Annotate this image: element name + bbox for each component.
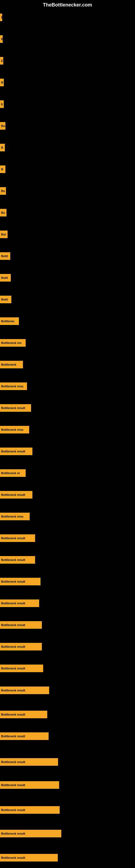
bar-label: Bottleneck resu xyxy=(1,384,24,388)
bar-item: Bottleneck result xyxy=(0,854,58,862)
bar-label: Bottleneck result xyxy=(1,558,25,561)
bar-item: Bottleneck result xyxy=(0,556,35,564)
bar-item: E xyxy=(0,100,4,108)
bar-item: Bottleneck result xyxy=(0,578,41,585)
bar-label: Bo xyxy=(1,124,5,127)
bar-item: Bottleneck result xyxy=(0,711,47,718)
bar-label: Bottleneck result xyxy=(1,601,25,605)
bar-item: Bottl xyxy=(0,296,11,303)
bar-label: Bottleneck result xyxy=(1,450,25,453)
site-title: TheBottlenecker.com xyxy=(0,2,135,8)
bar-label: Bottl xyxy=(1,276,8,279)
bar-label: Bottl xyxy=(1,298,8,301)
bar-item: Bottleneck result xyxy=(0,781,59,789)
bar-label: Bottleneck result xyxy=(1,808,25,812)
bar-item: Bottleneck resu xyxy=(0,426,29,433)
bar-label: Bottleneck result xyxy=(1,735,25,738)
bar-item: Bottleneck resu xyxy=(0,382,27,390)
bar-item: Bottleneck re xyxy=(0,469,26,477)
bar-item: B xyxy=(0,35,3,43)
bar-item: Bottleneck xyxy=(0,361,23,368)
bar-label: Bottleneck result xyxy=(1,760,25,764)
bar-label: Bottleneck resu xyxy=(1,428,24,431)
bar-item: Bottleneck result xyxy=(0,599,39,607)
bar-label: Bottleneck xyxy=(1,363,16,366)
bar-item: Bottleneck res xyxy=(0,339,26,347)
bar-label: Bottleneck result xyxy=(1,645,25,648)
bar-label: Bottlenec xyxy=(1,319,14,323)
bar-label: Bottleneck result xyxy=(1,406,25,410)
bar-label: B xyxy=(1,167,3,171)
bar-item: B xyxy=(0,79,4,86)
bar-item: Bottleneck resu xyxy=(0,513,30,520)
bar-item: E xyxy=(0,57,3,65)
bar-label: Bottleneck result xyxy=(1,713,25,716)
bar-item: Bottleneck result xyxy=(0,686,49,694)
bar-item: Bottleneck result xyxy=(0,664,43,672)
bar-label: Bot xyxy=(1,233,6,236)
bar-label: E xyxy=(1,59,3,62)
bar-label: Bottleneck result xyxy=(1,623,25,627)
bar-item: Bo xyxy=(0,122,5,130)
bar-item: B xyxy=(0,144,5,151)
bar-label: Bottleneck result xyxy=(1,832,25,835)
bar-item: Bottleneck result xyxy=(0,643,42,650)
bar-item: Bottleneck result xyxy=(0,491,32,499)
bar-label: Bottleneck res xyxy=(1,341,21,344)
bar-item: Bo xyxy=(0,209,6,216)
bar-label: Bottleneck result xyxy=(1,783,25,786)
bar-item: Bottleneck result xyxy=(0,404,31,412)
bar-item: Bottl xyxy=(0,252,10,260)
bar-label: B xyxy=(1,81,3,84)
bar-label: Bottleneck resu xyxy=(1,515,24,518)
bar-label: B xyxy=(1,37,3,41)
bar-label: Bottleneck re xyxy=(1,471,20,475)
bar-label: Bottleneck result xyxy=(1,667,25,670)
bar-label: Bottleneck result xyxy=(1,856,25,859)
bar-label: Bottleneck result xyxy=(1,536,25,540)
bar-item: Bottleneck result xyxy=(0,447,32,455)
bar-label: Bottleneck result xyxy=(1,580,25,583)
bar-item: Bottleneck result xyxy=(0,758,58,766)
bar-item: Bottleneck result xyxy=(0,534,35,542)
bar-label: Bo xyxy=(1,211,5,214)
bar-item: Bo xyxy=(0,187,6,195)
bar-item: Bottlenec xyxy=(0,317,19,325)
bar-item: Bot xyxy=(0,230,8,238)
bar-item: B xyxy=(0,165,5,173)
bar-item: B xyxy=(0,13,2,21)
bar-item: Bottleneck result xyxy=(0,830,61,837)
bar-item: Bottl xyxy=(0,274,11,282)
bar-label: Bo xyxy=(1,189,5,193)
bar-label: Bottl xyxy=(1,254,8,258)
bar-item: Bottleneck result xyxy=(0,621,42,629)
bar-label: B xyxy=(1,16,2,19)
bar-label: B xyxy=(1,146,3,149)
bar-label: Bottleneck result xyxy=(1,493,25,496)
bar-label: E xyxy=(1,102,3,106)
bar-label: Bottleneck result xyxy=(1,689,25,692)
bar-item: Bottleneck result xyxy=(0,733,49,740)
bar-item: Bottleneck result xyxy=(0,806,60,814)
